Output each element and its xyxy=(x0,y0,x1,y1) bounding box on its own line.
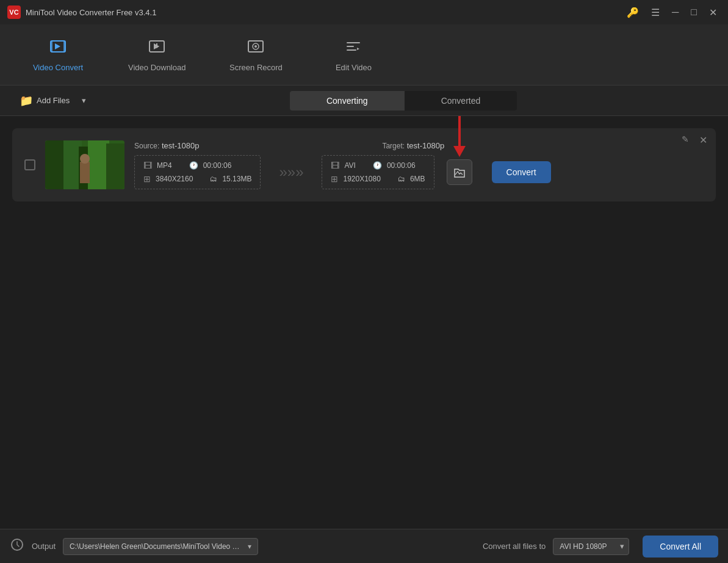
svg-rect-11 xyxy=(80,162,90,183)
edit-card-button[interactable]: ✎ xyxy=(682,134,689,144)
source-format-row: 🎞 MP4 🕐 00:00:06 xyxy=(143,161,251,170)
svg-rect-9 xyxy=(88,140,109,189)
title-bar: VC MiniTool Video Converter Free v3.4.1 … xyxy=(0,0,728,24)
target-duration: 00:00:06 xyxy=(387,161,416,170)
converted-tab[interactable]: Converted xyxy=(405,91,517,111)
target-format: AVI xyxy=(344,161,355,170)
target-resolution-icon: ⊞ xyxy=(331,174,338,184)
thumbnail-image xyxy=(45,140,124,189)
arrow-shaft xyxy=(458,116,461,147)
svg-point-4 xyxy=(254,45,257,48)
output-label: Output xyxy=(32,542,56,551)
video-convert-icon xyxy=(49,38,67,59)
edit-video-icon xyxy=(345,38,362,59)
nav-tabs: Video Convert Video Download Screen Reco… xyxy=(0,24,728,85)
toolbar: 📁 Add Files ▾ Converting Converted xyxy=(0,85,728,116)
nav-tab-edit-video-label: Edit Video xyxy=(336,63,372,72)
target-filename: test-1080p xyxy=(407,141,444,150)
nav-tab-video-convert[interactable]: Video Convert xyxy=(18,32,98,78)
nav-tab-screen-record-label: Screen Record xyxy=(229,63,283,72)
add-files-icon: 📁 xyxy=(20,94,33,107)
status-bar: Output C:\Users\Helen Green\Documents\Mi… xyxy=(0,529,728,563)
source-filename: test-1080p xyxy=(162,141,199,150)
output-path-text: C:\Users\Helen Green\Documents\MiniTool … xyxy=(70,542,240,551)
target-format-box: 🎞 AVI 🕐 00:00:06 ⊞ 1920X1080 🗂 6MB xyxy=(322,155,434,189)
svg-rect-10 xyxy=(106,143,124,189)
nav-tab-video-download-label: Video Download xyxy=(128,63,186,72)
target-duration-icon: 🕐 xyxy=(373,161,382,170)
target-file-icon: 🎞 xyxy=(331,161,339,170)
target-section: Target: test-1080p xyxy=(382,141,444,150)
source-size-row: ⊞ 3840X2160 🗂 15.13MB xyxy=(143,174,251,184)
main-content: Source: test-1080p Target: test-1080p 🎞 … xyxy=(0,116,728,529)
target-filesize-icon: 🗂 xyxy=(398,175,405,183)
source-section: Source: test-1080p xyxy=(134,141,199,150)
file-thumbnail xyxy=(45,140,124,189)
maximize-button[interactable]: □ xyxy=(687,5,701,19)
video-download-icon xyxy=(148,38,165,59)
minimize-button[interactable]: ─ xyxy=(668,5,682,19)
add-files-dropdown[interactable]: ▾ xyxy=(77,92,91,109)
nav-tab-video-convert-label: Video Convert xyxy=(33,63,83,72)
converting-tab[interactable]: Converting xyxy=(290,91,405,111)
close-card-button[interactable]: ✕ xyxy=(699,134,707,146)
convert-all-button[interactable]: Convert All xyxy=(643,536,718,558)
file-checkbox[interactable] xyxy=(24,159,35,170)
file-info-header: Source: test-1080p Target: test-1080p xyxy=(134,141,704,150)
resolution-icon: ⊞ xyxy=(143,174,151,184)
nav-tab-edit-video[interactable]: Edit Video xyxy=(314,32,393,78)
screen-record-icon xyxy=(247,38,264,59)
format-select-wrapper: AVI HD 1080P MP4 HD 1080P MKV HD 1080P xyxy=(553,538,629,555)
target-format-row: 🎞 AVI 🕐 00:00:06 xyxy=(331,161,425,170)
source-size: 15.13MB xyxy=(222,175,251,183)
add-files-button[interactable]: 📁 Add Files xyxy=(12,90,77,111)
menu-icon[interactable]: ☰ xyxy=(647,5,663,20)
svg-point-12 xyxy=(80,154,90,164)
key-icon: 🔑 xyxy=(623,5,643,20)
close-button[interactable]: ✕ xyxy=(705,5,721,20)
target-size: 6MB xyxy=(410,175,425,183)
nav-tab-video-download[interactable]: Video Download xyxy=(116,32,198,78)
file-details-row: 🎞 MP4 🕐 00:00:06 ⊞ 3840X2160 🗂 15.13MB »… xyxy=(134,155,704,189)
target-size-row: ⊞ 1920X1080 🗂 6MB xyxy=(331,174,425,184)
filesize-icon: 🗂 xyxy=(210,175,217,183)
clock-icon xyxy=(10,537,24,556)
app-logo: VC xyxy=(7,5,21,19)
output-path-input[interactable]: C:\Users\Helen Green\Documents\MiniTool … xyxy=(63,538,258,555)
file-card: Source: test-1080p Target: test-1080p 🎞 … xyxy=(12,128,716,202)
convert-all-files-label: Convert all files to xyxy=(483,542,546,551)
arrow-head xyxy=(453,146,466,157)
file-info: Source: test-1080p Target: test-1080p 🎞 … xyxy=(134,141,704,189)
file-icon: 🎞 xyxy=(143,161,152,170)
source-duration: 00:00:06 xyxy=(203,161,232,170)
window-controls: 🔑 ☰ ─ □ ✕ xyxy=(623,5,721,20)
source-format-box: 🎞 MP4 🕐 00:00:06 ⊞ 3840X2160 🗂 15.13MB xyxy=(134,155,261,189)
app-title: MiniTool Video Converter Free v3.4.1 xyxy=(26,8,156,17)
add-files-label: Add Files xyxy=(37,96,70,105)
duration-icon: 🕐 xyxy=(189,161,198,170)
source-label: Source: xyxy=(134,142,159,150)
convert-arrow: »»» xyxy=(273,164,309,181)
nav-tab-screen-record[interactable]: Screen Record xyxy=(216,32,295,78)
folder-output-button[interactable] xyxy=(447,159,472,185)
output-path-dropdown[interactable]: ▾ xyxy=(248,542,251,551)
red-arrow xyxy=(453,116,466,157)
source-format: MP4 xyxy=(157,161,172,170)
convert-button[interactable]: Convert xyxy=(492,161,551,183)
target-label: Target: xyxy=(382,142,405,150)
source-resolution: 3840X2160 xyxy=(156,175,193,183)
tab-switcher: Converting Converted xyxy=(290,91,517,111)
target-resolution: 1920X1080 xyxy=(343,175,380,183)
folder-section xyxy=(447,159,472,185)
format-select[interactable]: AVI HD 1080P MP4 HD 1080P MKV HD 1080P xyxy=(553,538,629,555)
